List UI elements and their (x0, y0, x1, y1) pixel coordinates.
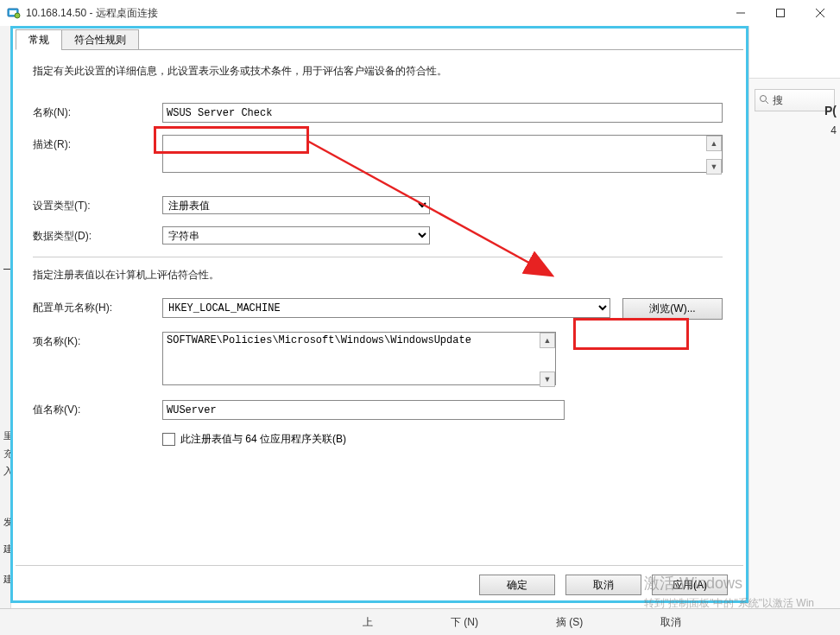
search-label: 搜 (773, 93, 783, 108)
tab-strip: 常规 符合性规则 (16, 29, 743, 50)
label-setting-type: 设置类型(T): (33, 196, 162, 213)
top-instruction: 指定有关此设置的详细信息，此设置表示业务或技术条件，用于评估客户端设备的符合性。 (33, 64, 723, 79)
minimize-button[interactable] (721, 0, 761, 26)
label-key: 项名称(K): (33, 332, 162, 349)
name-input[interactable] (162, 103, 723, 123)
registry-instruction: 指定注册表值以在计算机上评估符合性。 (33, 268, 723, 283)
tab-compliance-label: 符合性规则 (74, 33, 126, 48)
remote-session-frame: 常规 符合性规则 指定有关此设置的详细信息，此设置表示业务或技术条件，用于评估客… (10, 26, 748, 603)
label-hive: 配置单元名称(H): (33, 298, 162, 315)
svg-rect-4 (777, 10, 785, 17)
key-textarea[interactable]: SOFTWARE\Policies\Microsoft\Windows\Wind… (162, 332, 556, 385)
scroll-down-icon[interactable]: ▼ (706, 159, 722, 175)
rdp-window: 10.168.14.50 - 远程桌面连接 P( 4 搜 (0, 0, 840, 635)
dialog-body: 指定有关此设置的详细信息，此设置表示业务或技术条件，用于评估客户端设备的符合性。… (16, 50, 743, 447)
label-value: 值名称(V): (33, 400, 162, 417)
section-divider (33, 257, 723, 257)
scroll-up-icon[interactable]: ▲ (706, 136, 722, 151)
bottom-frag-4: 取消 (660, 615, 681, 630)
data-type-select[interactable]: 字符串 (162, 226, 430, 244)
rdp-icon (7, 6, 21, 20)
bg-fragment-text: P( (821, 100, 840, 121)
label-data-type: 数据类型(D): (33, 226, 162, 244)
value-name-input[interactable] (162, 400, 565, 420)
browse-button[interactable]: 浏览(W)... (622, 298, 723, 320)
checkbox-64bit[interactable] (162, 433, 175, 446)
bg-fragment-number: 4 (827, 121, 840, 140)
bottom-frag-2: 下 (N) (451, 615, 478, 630)
window-title: 10.168.14.50 - 远程桌面连接 (26, 6, 158, 21)
tab-general-label: 常规 (28, 33, 49, 48)
checkbox-row[interactable]: 此注册表值与 64 位应用程序关联(B) (162, 432, 723, 447)
apply-button[interactable]: 应用(A) (652, 575, 728, 595)
key-scroll-down-icon[interactable]: ▼ (540, 371, 555, 387)
label-description: 描述(R): (33, 135, 162, 152)
bottom-frag-1: 上 (363, 615, 373, 630)
background-right-panel: P( 4 搜 (748, 26, 840, 609)
description-textarea[interactable] (162, 135, 723, 173)
window-buttons (721, 0, 840, 26)
dialog-button-bar: 确定 取消 应用(A) (479, 575, 728, 595)
setting-type-select[interactable]: 注册表值 (162, 196, 430, 214)
bottom-frag-3: 摘 (S) (556, 615, 583, 630)
search-icon (759, 94, 769, 107)
ok-button[interactable]: 确定 (479, 575, 555, 595)
tab-general[interactable]: 常规 (16, 29, 62, 50)
svg-point-2 (15, 13, 20, 18)
rdp-titlebar: 10.168.14.50 - 远程桌面连接 (0, 0, 840, 27)
svg-point-7 (761, 95, 767, 101)
label-name: 名称(N): (33, 103, 162, 120)
cancel-button[interactable]: 取消 (565, 575, 641, 595)
button-bar-divider (16, 565, 743, 566)
close-button[interactable] (800, 0, 840, 26)
tab-compliance[interactable]: 符合性规则 (61, 29, 139, 50)
checkbox-label: 此注册表值与 64 位应用程序关联(B) (180, 432, 346, 447)
hive-select[interactable]: HKEY_LOCAL_MACHINE (162, 298, 610, 318)
settings-dialog: 常规 符合性规则 指定有关此设置的详细信息，此设置表示业务或技术条件，用于评估客… (16, 29, 743, 600)
svg-line-8 (766, 101, 768, 104)
maximize-button[interactable] (761, 0, 800, 26)
bottom-cut-row: 上 下 (N) 摘 (S) 取消 (0, 608, 840, 635)
key-scroll-up-icon[interactable]: ▲ (540, 333, 555, 348)
